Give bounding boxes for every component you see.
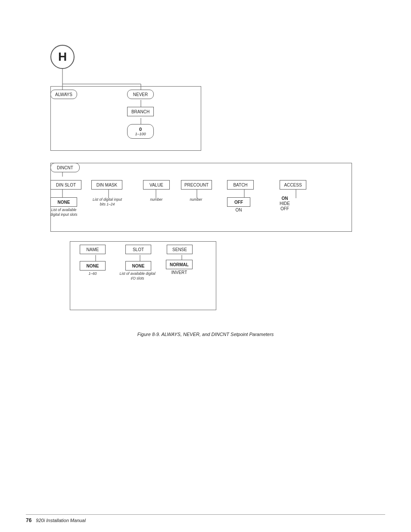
never-node: NEVER: [127, 90, 154, 99]
access-header: ACCESS: [280, 180, 306, 190]
branch-value-node: 0 1–100: [127, 124, 154, 139]
din-mask-sublabel: List of digital input bits 1–24: [90, 197, 124, 207]
precount-sublabel: number: [181, 197, 212, 202]
precount-header: PRECOUNT: [181, 180, 212, 190]
branch-node: BRANCH: [127, 107, 154, 116]
din-slot-sublabel: List of available digital input slots: [48, 208, 80, 217]
name-value: NONE: [80, 261, 106, 271]
diagram-area: H ALWAYS NEVER BRANCH 0 1–100 DINCNT DIN…: [29, 26, 382, 319]
document-title: 920i Installation Manual: [36, 518, 86, 523]
batch-on-value: ON: [236, 208, 242, 212]
slot-sublabel: List of available digital I/O slots: [119, 271, 156, 281]
sense-header: SENSE: [167, 245, 193, 254]
h-node: H: [50, 45, 75, 69]
access-on-value: ON: [281, 196, 288, 201]
din-slot-header: DIN SLOT: [50, 180, 81, 190]
name-range: 1–60: [81, 271, 105, 276]
batch-header: BATCH: [227, 180, 254, 190]
sense-normal-value: NORMAL: [166, 260, 193, 269]
name-header: NAME: [80, 245, 106, 254]
page-number: 76: [26, 517, 31, 523]
page-content: H ALWAYS NEVER BRANCH 0 1–100 DINCNT DIN…: [0, 0, 411, 354]
always-node: ALWAYS: [50, 90, 77, 99]
value-sublabel: number: [141, 197, 172, 202]
sense-invert-value: INVERT: [171, 270, 187, 275]
batch-off-value: OFF: [227, 197, 250, 207]
page-footer: 76 920i Installation Manual: [26, 514, 385, 523]
din-mask-header: DIN MASK: [91, 180, 122, 190]
dincnt-node: DINCNT: [50, 163, 80, 172]
access-off-value: OFF: [280, 206, 289, 211]
access-hide-value: HIDE: [280, 201, 290, 206]
din-slot-value: NONE: [50, 197, 77, 207]
slot-header: SLOT: [125, 245, 151, 254]
slot-value: NONE: [125, 261, 151, 271]
figure-caption: Figure 8-9. ALWAYS, NEVER, and DINCNT Se…: [26, 332, 385, 337]
value-header: VALUE: [143, 180, 170, 190]
